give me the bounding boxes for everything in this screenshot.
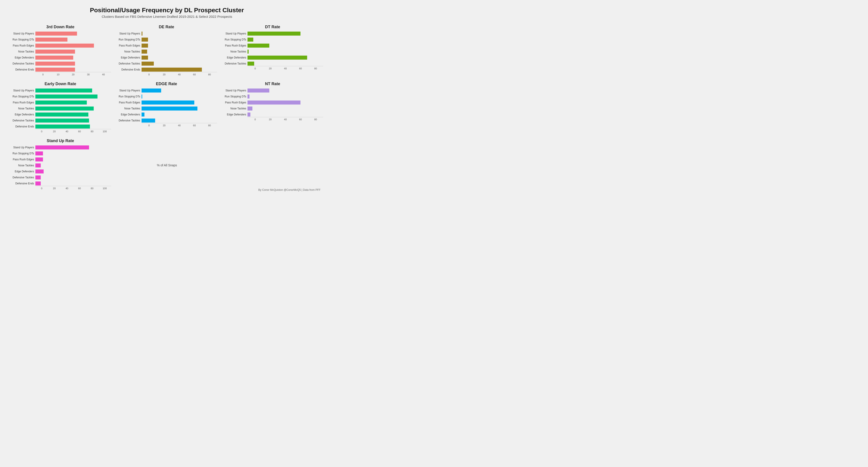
- bar-label: Defensive Tackles: [116, 62, 142, 65]
- chart-edge-rate: EDGE Rate Stand Up PlayersRun Stopping D…: [115, 80, 219, 135]
- chart-title-early: Early Down Rate: [10, 81, 111, 86]
- bar-area: [35, 38, 111, 42]
- bar: [35, 119, 89, 123]
- bar-label: Run Stopping DTs: [10, 38, 35, 41]
- bar: [35, 95, 97, 99]
- bar-row: Nose Tackles: [116, 49, 217, 54]
- bar-area: [35, 49, 111, 54]
- bar: [35, 101, 87, 104]
- bar-row: Pass Rush Edges: [10, 43, 111, 48]
- chart-wrapper-nt: Stand Up PlayersRun Stopping DTsPass Rus…: [222, 88, 323, 121]
- bar-row: Defensive Tackles: [10, 175, 111, 180]
- bar: [142, 56, 148, 60]
- bar-row: Pass Rush Edges: [10, 100, 111, 105]
- x-tick: 40: [172, 73, 187, 76]
- bar: [247, 101, 301, 104]
- bar: [142, 119, 155, 123]
- bar: [35, 49, 75, 54]
- bar-label: Defensive Tackles: [10, 62, 35, 65]
- bar-label: Nose Tackles: [222, 107, 247, 110]
- bar-label: Defensive Ends: [10, 125, 35, 128]
- bar-row: Nose Tackles: [10, 49, 111, 54]
- attribution: By Conor McQuiston @ConorMcQ5 | Data fro…: [258, 188, 325, 192]
- x-tick: 100: [98, 187, 111, 190]
- bar: [247, 56, 307, 60]
- bar-row: Nose Tackles: [222, 49, 323, 54]
- bar-area: [247, 56, 323, 60]
- chart-title-edge: EDGE Rate: [116, 81, 217, 86]
- bottom-right-section: By Conor McQuiston @ConorMcQ5 | Data fro…: [221, 137, 325, 192]
- x-tick: 80: [308, 118, 323, 121]
- x-tick: 60: [187, 73, 202, 76]
- bar-label: Nose Tackles: [10, 50, 35, 53]
- bar-row: Stand Up Players: [116, 88, 217, 93]
- bar-label: Stand Up Players: [10, 89, 35, 92]
- bar-label: Run Stopping DTs: [10, 152, 35, 155]
- x-tick: 20: [48, 187, 61, 190]
- bar-row: Stand Up Players: [222, 31, 323, 36]
- x-tick: 20: [157, 73, 172, 76]
- chart-title-nt: NT Rate: [222, 81, 323, 86]
- bar-label: Defensive Tackles: [116, 119, 142, 122]
- bar: [142, 89, 161, 93]
- bar-area: [35, 125, 111, 129]
- bar: [247, 62, 254, 66]
- bar-row: Stand Up Players: [222, 88, 323, 93]
- bar-label: Defensive Tackles: [222, 62, 247, 65]
- bar-chart-3rd-down: Stand Up PlayersRun Stopping DTsPass Rus…: [10, 31, 111, 72]
- bar-row: Pass Rush Edges: [116, 100, 217, 105]
- bar-row: Run Stopping DTs: [116, 94, 217, 99]
- bar-row: Edge Defenders: [10, 112, 111, 117]
- x-tick: 0: [142, 124, 157, 127]
- x-tick: 80: [86, 187, 98, 190]
- bar: [35, 112, 88, 116]
- bar-area: [247, 106, 323, 110]
- bar-area: [247, 49, 323, 54]
- bar: [35, 158, 43, 162]
- bar-area: [35, 119, 111, 123]
- bar-row: Defensive Tackles: [10, 118, 111, 123]
- bar-row: Pass Rush Edges: [116, 43, 217, 48]
- chart-title-dt: DT Rate: [222, 25, 323, 29]
- bar-label: Run Stopping DTs: [10, 95, 35, 98]
- chart-early-down-rate: Early Down Rate Stand Up PlayersRun Stop…: [9, 80, 113, 135]
- bar-row: Defensive Ends: [10, 124, 111, 129]
- bar: [35, 145, 89, 149]
- bar-area: [35, 106, 111, 110]
- x-tick: 40: [61, 187, 73, 190]
- bar-label: Pass Rush Edges: [222, 101, 247, 104]
- bar-row: Run Stopping DTs: [222, 37, 323, 42]
- x-tick: 20: [48, 130, 61, 133]
- bar-label: Defensive Tackles: [10, 119, 35, 122]
- bar-area: [142, 112, 217, 116]
- bar-area: [142, 49, 217, 54]
- bar-row: Nose Tackles: [222, 106, 323, 111]
- bar-row: Run Stopping DTs: [10, 94, 111, 99]
- bar-chart-edge: Stand Up PlayersRun Stopping DTsPass Rus…: [116, 88, 217, 123]
- bar: [35, 152, 43, 156]
- bar-row: Defensive Tackles: [116, 61, 217, 66]
- bar-label: Defensive Tackles: [10, 176, 35, 179]
- bar: [35, 181, 41, 186]
- charts-grid: 3rd Down Rate Stand Up PlayersRun Stoppi…: [9, 23, 325, 192]
- bar-label: Run Stopping DTs: [116, 38, 142, 41]
- bar: [35, 106, 94, 110]
- x-tick: 40: [278, 67, 293, 70]
- x-tick: 40: [96, 73, 111, 76]
- bar-area: [142, 43, 217, 47]
- bar-row: Pass Rush Edges: [222, 43, 323, 48]
- bar-row: Stand Up Players: [10, 31, 111, 36]
- bar-row: Stand Up Players: [116, 31, 217, 36]
- bar-label: Edge Defenders: [10, 113, 35, 116]
- bar-row: Defensive Ends: [10, 181, 111, 186]
- chart-nt-rate: NT Rate Stand Up PlayersRun Stopping DTs…: [221, 80, 325, 135]
- bar-row: Edge Defenders: [10, 55, 111, 60]
- bar-chart-dt: Stand Up PlayersRun Stopping DTsPass Rus…: [222, 31, 323, 66]
- bar-area: [35, 101, 111, 104]
- x-tick: 60: [73, 130, 86, 133]
- bar-area: [142, 95, 217, 99]
- bar-label: Edge Defenders: [222, 113, 247, 116]
- bar: [247, 89, 269, 93]
- bar-row: Edge Defenders: [116, 112, 217, 117]
- bar-area: [247, 62, 323, 66]
